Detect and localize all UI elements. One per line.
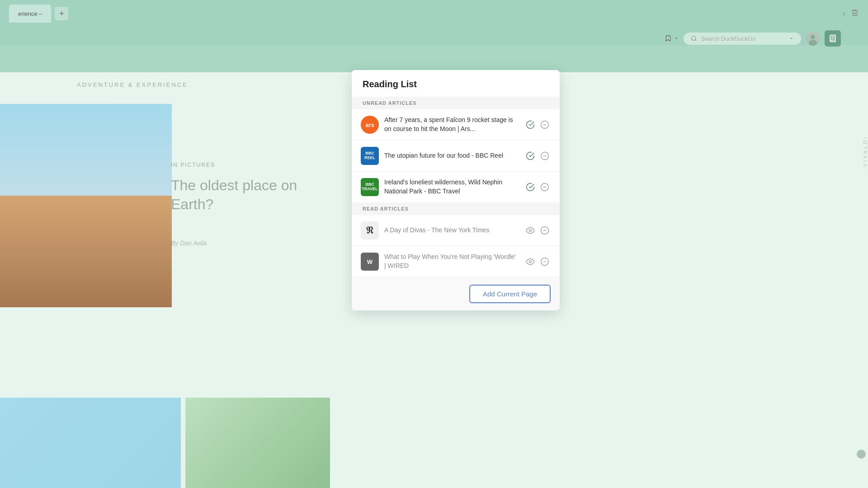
remove-button-ars[interactable] [539, 119, 551, 131]
article-title-ars[interactable]: After 7 years, a spent Falcon 9 rocket s… [384, 116, 519, 133]
thumbnail-2 [185, 398, 330, 488]
article-title-nyt[interactable]: A Day of Divas - The New York Times [384, 226, 519, 235]
article-item-bbc-reel: BBCREEL The utopian future for our food … [352, 141, 560, 172]
browser-chrome: erience – + › [0, 0, 868, 72]
article-item-wired: W What to Play When You're Not Playing '… [352, 246, 560, 277]
nav-bar: Search DuckDuckGo [0, 27, 868, 50]
remove-button-bbc-travel[interactable] [539, 181, 551, 193]
unread-article-list: ars After 7 years, a spent Falcon 9 rock… [352, 109, 560, 202]
book-icon [829, 34, 837, 42]
vivaldi-text: VIVALDI [859, 136, 868, 167]
avatar[interactable] [806, 31, 820, 46]
article-item-ars: ars After 7 years, a spent Falcon 9 rock… [352, 109, 560, 141]
panel-header: Reading List [352, 70, 560, 97]
trash-icon[interactable] [851, 9, 859, 19]
read-article-list: 𝔑 A Day of Divas - The New York Times [352, 215, 560, 277]
svg-point-3 [811, 35, 815, 39]
mark-read-button-bbc-travel[interactable] [524, 181, 536, 193]
svg-point-0 [692, 36, 696, 40]
article-actions-bbc-reel [524, 150, 551, 162]
panel-footer: Add Current Page [352, 277, 560, 310]
vivaldi-icon [854, 447, 868, 461]
unread-section-header: UNREAD ARTICLES [352, 97, 560, 109]
article-actions-wired [524, 256, 551, 267]
article-title: The oldest place on Earth? [171, 176, 343, 214]
remove-button-wired[interactable] [539, 256, 551, 267]
article-actions-ars [524, 119, 551, 131]
favicon-wired: W [361, 253, 379, 271]
search-placeholder: Search DuckDuckGo [701, 35, 755, 42]
search-dropdown-icon [788, 36, 794, 41]
article-title-bbc-travel[interactable]: Ireland's loneliest wilderness, Wild Nep… [384, 178, 519, 196]
svg-point-7 [857, 450, 866, 459]
mark-read-button-ars[interactable] [524, 119, 536, 131]
tab-label: erience – [18, 10, 42, 17]
reading-list-panel: Reading List UNREAD ARTICLES ars After 7… [352, 70, 560, 310]
remove-button-nyt[interactable] [539, 225, 551, 236]
article-category: IN PICTURES [171, 162, 215, 168]
nav-forward-icon[interactable]: › [843, 9, 845, 19]
reading-list-button[interactable] [825, 30, 841, 47]
new-tab-button[interactable]: + [55, 7, 68, 20]
hero-image [0, 104, 172, 307]
article-title-wired[interactable]: What to Play When You're Not Playing 'Wo… [384, 253, 519, 270]
article-title-bbc-reel[interactable]: The utopian future for our food - BBC Re… [384, 151, 519, 160]
svg-line-1 [695, 40, 697, 41]
remove-button-bbc-reel[interactable] [539, 150, 551, 162]
tab-bar: erience – + › [0, 0, 868, 27]
article-item-nyt: 𝔑 A Day of Divas - The New York Times [352, 215, 560, 246]
favicon-nyt: 𝔑 [361, 221, 379, 239]
thumbnail-1 [0, 398, 181, 488]
view-button-nyt[interactable] [524, 225, 536, 236]
article-author: By Dan Avila [171, 239, 207, 247]
svg-point-14 [529, 230, 532, 232]
mark-read-button-bbc-reel[interactable] [524, 150, 536, 162]
article-actions-bbc-travel [524, 181, 551, 193]
read-section-header: READ ARTICLES [352, 202, 560, 215]
page-heading: ADVENTURE & EXPERIENCE [77, 81, 188, 88]
favicon-bbc-travel: BBCTRAVEL [361, 178, 379, 196]
view-button-wired[interactable] [524, 256, 536, 267]
svg-point-17 [529, 261, 532, 263]
favicon-bbc-reel: BBCREEL [361, 147, 379, 165]
article-actions-nyt [524, 225, 551, 236]
search-icon [691, 35, 697, 42]
panel-title: Reading List [363, 79, 549, 89]
article-item-bbc-travel: BBCTRAVEL Ireland's loneliest wilderness… [352, 172, 560, 202]
active-tab[interactable]: erience – [9, 5, 51, 23]
favicon-ars: ars [361, 116, 379, 134]
search-bar[interactable]: Search DuckDuckGo [684, 33, 801, 45]
bookmark-button[interactable] [665, 35, 679, 42]
add-current-page-button[interactable]: Add Current Page [469, 285, 551, 303]
